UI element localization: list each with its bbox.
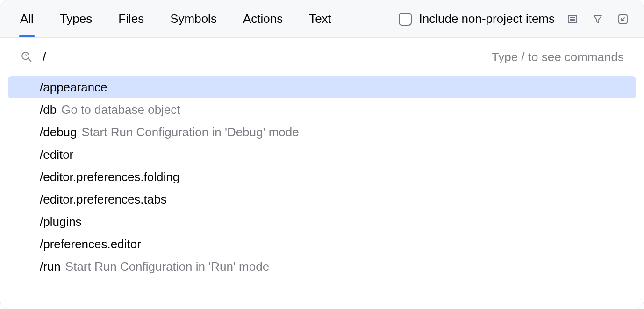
result-item[interactable]: /editor.preferences.tabs	[8, 188, 636, 211]
svg-line-6	[29, 59, 31, 62]
search-icon	[20, 50, 33, 63]
result-item[interactable]: /editor.preferences.folding	[8, 166, 636, 188]
checkbox-icon	[399, 13, 412, 26]
tab-text[interactable]: Text	[308, 0, 332, 37]
result-command: /editor.preferences.folding	[40, 170, 179, 184]
tab-all[interactable]: All	[19, 0, 35, 37]
result-command: /appearance	[40, 80, 107, 95]
preview-icon[interactable]	[565, 12, 580, 27]
result-command: /debug	[40, 125, 77, 140]
result-command: /editor	[40, 147, 73, 162]
tab-actions[interactable]: Actions	[242, 0, 284, 37]
header-actions: Include non-project items	[399, 12, 630, 27]
result-item[interactable]: /db Go to database object	[8, 98, 636, 121]
open-in-tool-window-icon[interactable]	[615, 12, 630, 27]
tab-symbols[interactable]: Symbols	[169, 0, 218, 37]
results-list: /appearance /db Go to database object /d…	[0, 76, 644, 309]
result-item[interactable]: /preferences.editor	[8, 233, 636, 255]
result-item[interactable]: /run Start Run Configuration in 'Run' mo…	[8, 255, 636, 278]
tab-files[interactable]: Files	[117, 0, 145, 37]
result-command: /plugins	[40, 215, 82, 229]
result-command: /preferences.editor	[40, 237, 141, 252]
search-hint: Type / to see commands	[492, 50, 624, 64]
result-command: /run	[40, 260, 61, 274]
result-item[interactable]: /editor	[8, 143, 636, 166]
result-item[interactable]: /plugins	[8, 211, 636, 233]
result-description: Start Run Configuration in 'Run' mode	[65, 260, 269, 274]
include-nonproject-label: Include non-project items	[419, 12, 555, 26]
result-command: /db	[40, 103, 57, 117]
header-bar: All Types Files Symbols Actions Text Inc…	[0, 0, 644, 38]
result-item[interactable]: /appearance	[8, 76, 636, 98]
tab-types[interactable]: Types	[59, 0, 93, 37]
result-command: /editor.preferences.tabs	[40, 192, 167, 207]
search-everywhere-popup: All Types Files Symbols Actions Text Inc…	[0, 0, 644, 309]
filter-icon[interactable]	[590, 12, 605, 27]
search-input[interactable]	[43, 49, 492, 64]
search-row: Type / to see commands	[0, 38, 644, 76]
include-nonproject-toggle[interactable]: Include non-project items	[399, 12, 555, 26]
result-item[interactable]: /debug Start Run Configuration in 'Debug…	[8, 121, 636, 143]
result-description: Go to database object	[61, 103, 180, 117]
result-description: Start Run Configuration in 'Debug' mode	[82, 125, 299, 140]
tab-list: All Types Files Symbols Actions Text	[19, 0, 332, 37]
